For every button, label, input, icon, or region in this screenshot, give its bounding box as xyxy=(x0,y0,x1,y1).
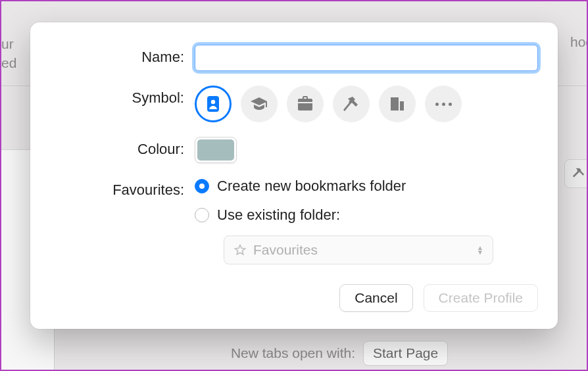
symbol-row: Symbol: xyxy=(50,86,538,122)
badge-icon xyxy=(205,95,221,113)
symbol-graduation-button[interactable] xyxy=(241,86,278,122)
symbol-building-button[interactable] xyxy=(379,86,416,122)
briefcase-icon xyxy=(297,96,314,112)
background-bottom-row: New tabs open with: Start Page xyxy=(54,341,587,366)
create-profile-button[interactable]: Create Profile xyxy=(424,284,538,312)
favourites-radio-use-existing[interactable]: Use existing folder: xyxy=(195,207,538,224)
favourites-folder-select: Favourites ▲▼ xyxy=(224,235,493,264)
building-icon xyxy=(389,95,406,112)
background-bottom-select: Start Page xyxy=(363,341,448,366)
background-text-right: hoo xyxy=(570,34,588,50)
favourites-row: Favourites: Create new bookmarks folder … xyxy=(50,178,538,264)
background-text-left: ur ed xyxy=(1,34,16,73)
name-row: Name: xyxy=(50,45,538,71)
cancel-button[interactable]: Cancel xyxy=(339,284,412,312)
radio-icon xyxy=(195,179,209,193)
favourites-label: Favourites: xyxy=(50,178,195,199)
ellipsis-icon xyxy=(435,103,452,106)
colour-label: Colour: xyxy=(50,137,195,158)
background-hammer-button xyxy=(564,159,588,188)
graduation-cap-icon xyxy=(249,96,269,112)
dialog-footer: Cancel Create Profile xyxy=(50,284,538,312)
radio-icon xyxy=(195,208,209,222)
star-icon xyxy=(233,243,247,257)
favourites-radio-create-new[interactable]: Create new bookmarks folder xyxy=(195,178,538,195)
colour-swatch xyxy=(197,139,234,161)
svg-point-2 xyxy=(211,100,215,104)
symbol-hammer-button[interactable] xyxy=(333,86,370,122)
symbol-badge-button[interactable] xyxy=(195,86,232,122)
radio-label: Create new bookmarks folder xyxy=(217,178,406,195)
create-profile-dialog: Name: Symbol: xyxy=(30,22,558,329)
background-bottom-label: New tabs open with: xyxy=(54,345,363,361)
colour-row: Colour: xyxy=(50,137,538,163)
symbol-more-button[interactable] xyxy=(425,86,462,122)
symbol-label: Symbol: xyxy=(50,86,195,107)
symbol-briefcase-button[interactable] xyxy=(287,86,324,122)
chevron-up-down-icon: ▲▼ xyxy=(477,245,483,255)
name-label: Name: xyxy=(50,45,195,66)
colour-well[interactable] xyxy=(195,137,237,163)
radio-label: Use existing folder: xyxy=(217,207,340,224)
name-input[interactable] xyxy=(195,45,538,71)
hammer-icon xyxy=(343,95,360,112)
favourites-folder-placeholder: Favourites xyxy=(253,242,318,258)
